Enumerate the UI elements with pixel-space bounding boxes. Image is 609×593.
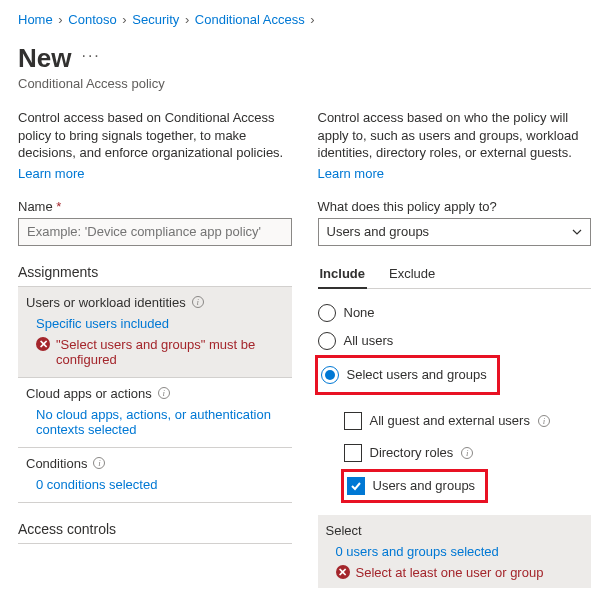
info-icon[interactable]: i [192,296,204,308]
breadcrumb-contoso[interactable]: Contoso [68,12,116,27]
left-panel: Control access based on Conditional Acce… [18,109,292,588]
info-icon[interactable]: i [158,387,170,399]
breadcrumb-home[interactable]: Home [18,12,53,27]
access-controls-header: Access controls [18,503,292,544]
error-icon: ✕ [336,565,350,579]
page-title: New [18,43,71,74]
chevron-right-icon: › [58,12,62,27]
left-description: Control access based on Conditional Acce… [18,109,292,162]
chevron-right-icon: › [122,12,126,27]
chevron-right-icon: › [310,12,314,27]
tab-include[interactable]: Include [318,260,368,289]
radio-icon [321,366,339,384]
learn-more-link[interactable]: Learn more [18,166,84,181]
learn-more-link-right[interactable]: Learn more [318,166,384,181]
checkbox-icon [344,444,362,462]
info-icon[interactable]: i [538,415,550,427]
chevron-down-icon [572,227,582,237]
name-label: Name * [18,199,292,214]
select-footer-error: ✕ Select at least one user or group [326,565,592,580]
conditions-link[interactable]: 0 conditions selected [26,477,284,492]
apply-to-select[interactable]: Users and groups [318,218,592,246]
radio-icon [318,332,336,350]
users-identities-title: Users or workload identities [26,295,186,310]
conditions-block[interactable]: Conditions i 0 conditions selected [18,448,292,503]
assignments-header: Assignments [18,246,292,287]
users-identities-link[interactable]: Specific users included [26,316,284,331]
radio-all-users[interactable]: All users [318,327,592,355]
users-identities-block[interactable]: Users or workload identities i Specific … [18,287,292,378]
include-exclude-tabs: Include Exclude [318,260,592,289]
breadcrumb-security[interactable]: Security [132,12,179,27]
more-actions-button[interactable]: ··· [81,47,100,65]
error-icon: ✕ [36,337,50,351]
right-panel: Control access based on who the policy w… [318,109,592,588]
page-subtitle: Conditional Access policy [18,76,591,91]
checkbox-checked-icon [347,477,365,495]
breadcrumb-conditional-access[interactable]: Conditional Access [195,12,305,27]
cloud-apps-title: Cloud apps or actions [26,386,152,401]
select-footer: Select 0 users and groups selected ✕ Sel… [318,515,592,588]
breadcrumb: Home › Contoso › Security › Conditional … [18,12,591,27]
users-identities-error: ✕ "Select users and groups" must be conf… [26,337,284,367]
radio-select-users-groups[interactable]: Select users and groups [321,361,487,389]
right-description: Control access based on who the policy w… [318,109,592,162]
checkbox-icon [344,412,362,430]
highlight-users-groups-check: Users and groups [341,469,489,503]
select-footer-link[interactable]: 0 users and groups selected [326,538,592,559]
tab-exclude[interactable]: Exclude [387,260,437,288]
check-directory-roles[interactable]: Directory roles i [344,437,592,469]
check-guest-external[interactable]: All guest and external users i [344,405,592,437]
include-radio-group: None All users Select users and groups [318,299,592,395]
info-icon[interactable]: i [461,447,473,459]
apply-to-value: Users and groups [327,224,430,239]
cloud-apps-link[interactable]: No cloud apps, actions, or authenticatio… [26,407,284,437]
radio-icon [318,304,336,322]
required-asterisk: * [56,199,61,214]
sub-checkboxes: All guest and external users i Directory… [344,405,592,503]
cloud-apps-block[interactable]: Cloud apps or actions i No cloud apps, a… [18,378,292,448]
conditions-title: Conditions [26,456,87,471]
apply-to-label: What does this policy apply to? [318,199,592,214]
name-input[interactable] [18,218,292,246]
check-users-groups[interactable]: Users and groups [347,475,476,497]
radio-none[interactable]: None [318,299,592,327]
chevron-right-icon: › [185,12,189,27]
highlight-select-users: Select users and groups [315,355,500,395]
info-icon[interactable]: i [93,457,105,469]
select-footer-title: Select [326,523,592,538]
